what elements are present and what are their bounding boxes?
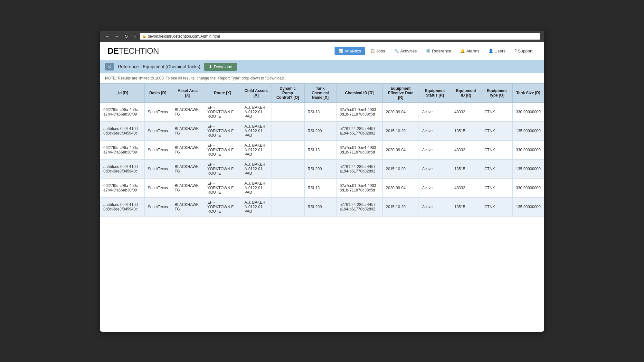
cell-dynamic_pump xyxy=(271,140,304,159)
nav-item-jobs[interactable]: 📋 Jobs xyxy=(366,47,389,55)
cell-route: EF - YORKTOWN F ROUTE xyxy=(204,178,241,197)
cell-route: EF - YORKTOWN F ROUTE xyxy=(204,140,241,159)
table-row: 66f279fd-c96a-4b0c-a7b4-3fa66ab30f09Sout… xyxy=(100,140,544,159)
cell-asset_area: BLACKHAWK FG xyxy=(171,121,204,140)
refresh-button[interactable]: ↻ xyxy=(123,33,129,40)
cell-equipment_id: 13515 xyxy=(451,121,481,140)
top-nav: DETECHTION 📊 Analytics 📋 Jobs 🔧 Activiti… xyxy=(100,42,544,60)
table-header-row: _id [R]Basin [R]Asset Area [X]Route [X]C… xyxy=(100,83,544,102)
table-header-asset_area: Asset Area [X] xyxy=(171,83,204,102)
back-button[interactable]: ← xyxy=(104,33,111,40)
cell-tank_chemical: RSI-200 xyxy=(304,197,336,216)
nav-label-reference: Reference xyxy=(432,49,451,53)
cell-equipment_id: 13515 xyxy=(451,159,481,178)
cell-chemical_id: e7761f24-289a-4457-a194-b61770b82892 xyxy=(336,159,383,178)
note-text: NOTE: Results are limited to 1000. To se… xyxy=(105,76,286,80)
cell-equipment_type: CTNK xyxy=(481,159,513,178)
users-icon: 👤 xyxy=(488,49,493,53)
cell-tank_size: 135.00000000 xyxy=(513,159,544,178)
nav-menu: 📊 Analytics 📋 Jobs 🔧 Activities ⚙️ Refer… xyxy=(335,47,536,55)
cell-chemical_id: e7761f24-289a-4457-a194-b61770b82892 xyxy=(336,121,383,140)
cell-equipment_effective_date: 2020-09-04 xyxy=(383,140,419,159)
cell-child_assets: A.J. BAKER A-0122-01 PAD xyxy=(241,102,271,121)
cell-route: EF - YORKTOWN F ROUTE xyxy=(204,121,241,140)
cell-equipment_id: 48332 xyxy=(451,102,481,121)
cell-child_assets: A.J. BAKER A-0122-01 PAD xyxy=(241,140,271,159)
forward-button[interactable]: → xyxy=(113,33,120,40)
cell-route: EF - YORKTOWN F ROUTE xyxy=(204,159,241,178)
cell-basin: SouthTexas xyxy=(144,159,171,178)
cell-equipment_type: CTNK xyxy=(481,102,513,121)
cell-child_assets: A.J. BAKER A-0122-01 PAD xyxy=(241,159,271,178)
cell-tank_chemical: RSI-13 xyxy=(304,178,336,197)
table-row: aa5bfcec-0ef4-41dd-8d8c-3ee3f845940cSout… xyxy=(100,159,544,178)
browser-window: ← → ↻ ⌂ 🔒 devon.fieldlink.detechtion.com… xyxy=(100,31,544,332)
cell-tank_chemical: RSI-200 xyxy=(304,121,336,140)
cell-tank_size: 330.00000000 xyxy=(513,140,544,159)
table-header-tank_size: Tank Size [R] xyxy=(513,83,544,102)
table-container: _id [R]Basin [R]Asset Area [X]Route [X]C… xyxy=(100,83,544,217)
download-label: Download xyxy=(214,64,232,69)
nav-label-users: Users xyxy=(495,49,506,53)
nav-item-users[interactable]: 👤 Users xyxy=(485,47,509,55)
cell-equipment_type: CTNK xyxy=(481,178,513,197)
lock-icon: 🔒 xyxy=(142,34,146,38)
cell-child_assets: A.J. BAKER A-0122-01 PAD xyxy=(241,121,271,140)
cell-tank_size: 135.00000000 xyxy=(513,121,544,140)
table-header-chemical_id: Chemical ID [R] xyxy=(336,83,383,102)
table-header-route: Route [X] xyxy=(204,83,241,102)
nav-item-support[interactable]: ? Support xyxy=(511,47,536,55)
cell-asset_area: BLACKHAWK FG xyxy=(171,197,204,216)
jobs-icon: 📋 xyxy=(370,49,375,53)
download-button[interactable]: ⬇ Download xyxy=(204,63,237,71)
cell-dynamic_pump xyxy=(271,197,304,216)
toolbar-title: Reference - Equipment (Chemical Tanks) xyxy=(118,64,200,69)
table-row: aa5bfcec-0ef4-41dd-8d8c-3ee3f845940cSout… xyxy=(100,197,544,216)
cell-id: 66f279fd-c96a-4b0c-a7b4-3fa66ab30f09 xyxy=(100,178,145,197)
cell-asset_area: BLACKHAWK FG xyxy=(171,178,204,197)
browser-chrome: ← → ↻ ⌂ 🔒 devon.fieldlink.detechtion.com… xyxy=(100,31,544,42)
table-header-child_assets: Child Assets [X] xyxy=(241,83,271,102)
cell-chemical_id: 62a7cc01-0ee4-4903-8d1b-711b78d38c5d xyxy=(336,102,383,121)
nav-label-activities: Activities xyxy=(400,49,417,53)
address-bar[interactable]: 🔒 devon.fieldlink.detechtion.com/Admin.h… xyxy=(140,33,540,40)
table-row: 66f279fd-c96a-4b0c-a7b4-3fa66ab30f09Sout… xyxy=(100,102,544,121)
cell-equipment_status: Active xyxy=(419,121,451,140)
data-table: _id [R]Basin [R]Asset Area [X]Route [X]C… xyxy=(100,83,544,217)
cell-equipment_type: CTNK xyxy=(481,121,513,140)
cell-basin: SouthTexas xyxy=(144,197,171,216)
cell-equipment_effective_date: 2015-10-20 xyxy=(383,159,419,178)
cell-route: EF - YORKTOWN F ROUTE xyxy=(204,197,241,216)
nav-item-alarms[interactable]: 🔔 Alarms xyxy=(456,47,483,55)
logo-de: DE xyxy=(108,46,118,56)
cell-chemical_id: 62a7cc01-0ee4-4903-8d1b-711b78d38c5d xyxy=(336,178,383,197)
table-header-dynamic_pump: Dynamic Pump Control? [O] xyxy=(271,83,304,102)
cell-asset_area: BLACKHAWK FG xyxy=(171,102,204,121)
cell-equipment_status: Active xyxy=(419,102,451,121)
cell-equipment_id: 48332 xyxy=(451,140,481,159)
table-header-id: _id [R] xyxy=(100,83,145,102)
nav-label-support: Support xyxy=(518,49,533,53)
table-row: aa5bfcec-0ef4-41dd-8d8c-3ee3f845940cSout… xyxy=(100,121,544,140)
cell-tank_size: 330.00000000 xyxy=(513,102,544,121)
cell-asset_area: BLACKHAWK FG xyxy=(171,140,204,159)
cell-equipment_type: CTNK xyxy=(481,197,513,216)
logo-techtion: TECHTION xyxy=(118,46,159,56)
cell-id: 66f279fd-c96a-4b0c-a7b4-3fa66ab30f09 xyxy=(100,102,145,121)
table-header-equipment_status: Equipment Status [R] xyxy=(419,83,451,102)
nav-item-activities[interactable]: 🔧 Activities xyxy=(390,47,421,55)
cell-equipment_type: CTNK xyxy=(481,140,513,159)
logo: DETECHTION xyxy=(108,46,159,56)
cell-equipment_effective_date: 2020-09-04 xyxy=(383,102,419,121)
home-button[interactable]: ⌂ xyxy=(132,33,137,40)
nav-item-analytics[interactable]: 📊 Analytics xyxy=(335,47,365,55)
toolbar: < Reference - Equipment (Chemical Tanks)… xyxy=(100,60,544,73)
nav-item-reference[interactable]: ⚙️ Reference xyxy=(422,47,455,55)
cell-dynamic_pump xyxy=(271,102,304,121)
cell-equipment_effective_date: 2020-09-04 xyxy=(383,178,419,197)
toolbar-back-button[interactable]: < xyxy=(105,63,114,70)
cell-id: aa5bfcec-0ef4-41dd-8d8c-3ee3f845940c xyxy=(100,197,145,216)
cell-chemical_id: 62a7cc01-0ee4-4903-8d1b-711b78d38c5d xyxy=(336,140,383,159)
cell-equipment_status: Active xyxy=(419,178,451,197)
cell-id: aa5bfcec-0ef4-41dd-8d8c-3ee3f845940c xyxy=(100,121,145,140)
